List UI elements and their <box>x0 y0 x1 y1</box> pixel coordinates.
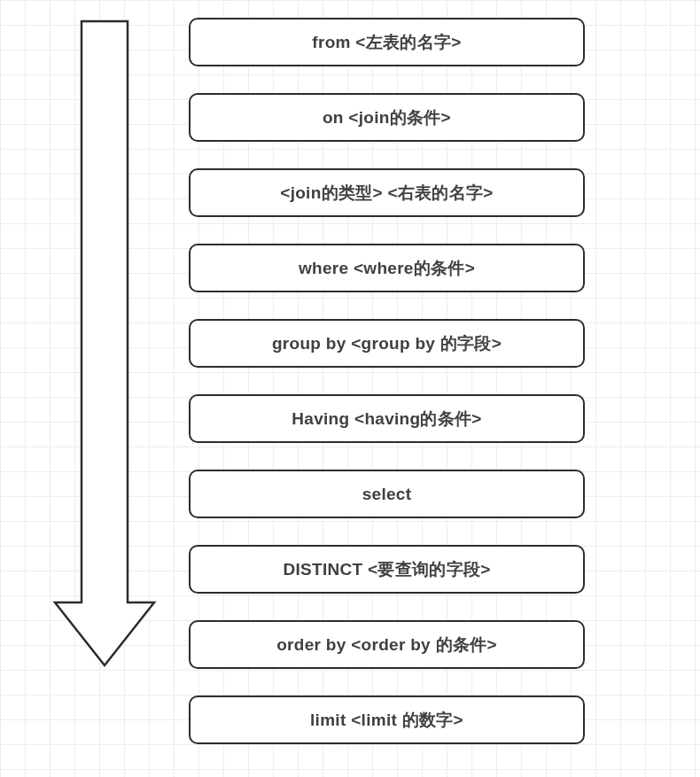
diagram-container: from <左表的名字> on <join的条件> <join的类型> <右表的… <box>0 0 700 777</box>
step-group-by: group by <group by 的字段> <box>189 319 585 368</box>
step-label: where <where的条件> <box>299 257 475 280</box>
step-label: select <box>362 485 412 504</box>
step-from: from <左表的名字> <box>189 18 585 66</box>
step-label: order by <order by 的条件> <box>276 633 497 657</box>
step-distinct: DISTINCT <要查询的字段> <box>189 545 585 594</box>
step-label: limit <limit 的数字> <box>310 709 463 732</box>
step-select: select <box>189 470 585 518</box>
step-label: Having <having的条件> <box>292 408 481 431</box>
step-where: where <where的条件> <box>189 244 585 292</box>
step-join: <join的类型> <右表的名字> <box>189 168 585 217</box>
step-on: on <join的条件> <box>189 93 585 142</box>
step-label: <join的类型> <右表的名字> <box>280 182 494 205</box>
step-label: group by <group by 的字段> <box>272 332 502 355</box>
step-label: from <左表的名字> <box>312 31 461 54</box>
steps-column: from <左表的名字> on <join的条件> <join的类型> <右表的… <box>189 18 585 744</box>
step-having: Having <having的条件> <box>189 394 585 443</box>
step-limit: limit <limit 的数字> <box>189 695 585 744</box>
step-label: DISTINCT <要查询的字段> <box>283 558 490 581</box>
flow-arrow-down-icon <box>51 18 158 672</box>
step-label: on <join的条件> <box>323 106 451 129</box>
step-order-by: order by <order by 的条件> <box>189 620 585 669</box>
